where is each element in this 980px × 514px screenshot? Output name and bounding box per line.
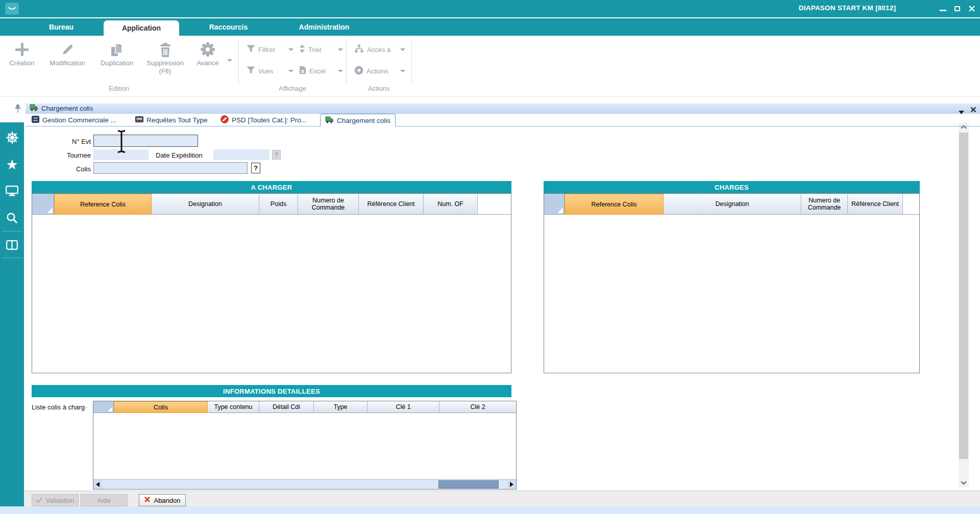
minimize-button[interactable] xyxy=(938,5,947,12)
no-evt-input[interactable] xyxy=(93,135,198,147)
close-button[interactable] xyxy=(967,5,976,12)
header-filler xyxy=(478,194,511,215)
column-header-numero-de-commande[interactable]: Numero de Commande xyxy=(801,194,848,215)
colis-help-button[interactable]: ? xyxy=(251,163,260,173)
column-header-reference-client[interactable]: Référence Client xyxy=(848,194,903,215)
date-expedition-label: Date Expédition xyxy=(156,151,211,159)
menu-tab-application[interactable]: Application xyxy=(104,20,179,36)
section-header-a-charger: A CHARGER xyxy=(32,181,511,193)
ribbon-toolbar: Création Modification Duplication Suppre… xyxy=(0,36,980,97)
colis-input[interactable] xyxy=(93,162,248,174)
charges-table[interactable]: Reference Colis Designation Numero de Co… xyxy=(544,193,920,373)
trier-button[interactable]: Trier xyxy=(299,44,343,55)
acces-a-button[interactable]: Accès à xyxy=(354,44,405,55)
helm-icon xyxy=(6,131,19,146)
column-header-cle-1[interactable]: Clé 1 xyxy=(368,401,439,413)
sidebar-item-favorites[interactable]: ★ xyxy=(0,156,24,173)
gear-icon xyxy=(191,39,224,57)
filtrer-dropdown-caret[interactable] xyxy=(288,48,293,51)
pencil-icon xyxy=(42,39,93,57)
excel-dropdown-caret[interactable] xyxy=(338,70,343,72)
sort-icon xyxy=(299,44,305,55)
scroll-up-button[interactable] xyxy=(959,122,969,132)
horizontal-scrollbar-thumb[interactable] xyxy=(438,480,499,489)
scroll-down-button[interactable] xyxy=(959,478,969,487)
abandon-button[interactable]: Abandon xyxy=(139,494,186,506)
column-header-reference-colis[interactable]: Reference Colis xyxy=(54,194,152,215)
column-header-reference-client[interactable]: Référence Client xyxy=(359,194,424,215)
scroll-left-button[interactable] xyxy=(93,480,102,489)
select-all-cell[interactable] xyxy=(544,194,565,215)
panel-dropdown-caret[interactable] xyxy=(959,107,964,116)
sidebar-footer xyxy=(0,487,24,506)
excel-button[interactable]: Excel xyxy=(299,65,343,76)
tab-chargement-colis[interactable]: Chargement colis xyxy=(320,114,396,126)
menu-tab-administration[interactable]: Administration xyxy=(278,18,370,36)
trash-icon xyxy=(141,39,189,57)
avance-dropdown-caret[interactable] xyxy=(227,59,232,62)
sidebar-item-search[interactable] xyxy=(0,210,24,227)
columns-icon xyxy=(6,240,18,252)
creation-button[interactable]: Création xyxy=(4,39,40,67)
sidebar-item-columns[interactable] xyxy=(0,237,24,254)
column-header-type-contenu[interactable]: Type contenu xyxy=(208,401,259,413)
trier-dropdown-caret[interactable] xyxy=(338,48,343,51)
vertical-scrollbar[interactable] xyxy=(959,122,969,487)
no-evt-label: N° Evt xyxy=(51,138,91,145)
text-cursor xyxy=(116,130,127,153)
acces-a-dropdown-caret[interactable] xyxy=(400,48,405,51)
section-header-informations-detaillees: INFORMATIONS DETAILLEES xyxy=(32,385,511,397)
actions-dropdown-caret[interactable] xyxy=(400,70,405,72)
avance-button[interactable]: Avancé xyxy=(191,39,224,67)
plus-icon xyxy=(4,39,40,57)
filtrer-button[interactable]: Filtrer xyxy=(247,44,293,55)
column-header-detail-cdi[interactable]: Détail Cdi xyxy=(259,401,314,413)
maximize-button[interactable] xyxy=(952,5,962,12)
actions-button[interactable]: Actions xyxy=(354,65,405,76)
informations-header-row: Colis Type contenu Détail Cdi Type Clé 1… xyxy=(93,401,516,413)
pin-icon[interactable] xyxy=(14,104,21,115)
date-expedition-input[interactable] xyxy=(213,149,270,160)
column-header-type[interactable]: Type xyxy=(314,401,368,413)
column-header-designation[interactable]: Designation xyxy=(152,194,259,215)
sidebar-item-monitor[interactable] xyxy=(0,183,24,200)
a-charger-table[interactable]: Reference Colis Designation Poids Numero… xyxy=(32,193,511,373)
truck-icon xyxy=(325,116,334,125)
group-label-affichage: Affichage xyxy=(267,85,318,92)
column-header-poids[interactable]: Poids xyxy=(259,194,298,215)
section-header-charges: CHARGES xyxy=(544,181,920,193)
column-header-cle-2[interactable]: Clé 2 xyxy=(439,401,516,413)
column-header-reference-colis[interactable]: Reference Colis xyxy=(565,194,664,215)
a-charger-header-row: Reference Colis Designation Poids Numero… xyxy=(32,194,511,215)
sidebar-divider xyxy=(2,231,22,232)
scroll-right-button[interactable] xyxy=(507,480,516,489)
duplication-button[interactable]: Duplication xyxy=(95,39,139,67)
vues-button[interactable]: Vues xyxy=(247,65,293,76)
validation-button: Validation xyxy=(32,494,79,506)
hierarchy-icon xyxy=(354,44,364,55)
group-label-actions: Actions xyxy=(356,85,402,92)
horizontal-scrollbar[interactable] xyxy=(93,479,516,489)
modification-button[interactable]: Modification xyxy=(42,39,93,67)
vertical-scrollbar-thumb[interactable] xyxy=(959,133,968,459)
column-header-designation[interactable]: Designation xyxy=(664,194,801,215)
tab-requetes-tout-type[interactable]: Requêtes Tout Type xyxy=(135,114,208,126)
column-header-numero-de-commande[interactable]: Numero de Commande xyxy=(298,194,359,215)
panel-close-icon[interactable] xyxy=(970,106,976,115)
tab-psd-toutes-cat[interactable]: PSD [Toutes Cat.]: Pro... xyxy=(220,114,307,126)
ribbon-separator xyxy=(411,40,412,85)
tabstrip-divider xyxy=(26,126,980,126)
informations-table[interactable]: Colis Type contenu Détail Cdi Type Clé 1… xyxy=(93,401,517,490)
column-header-colis[interactable]: Colis xyxy=(114,401,208,413)
menu-tab-bureau[interactable]: Bureau xyxy=(20,18,102,36)
menu-tab-raccourcis[interactable]: Raccourcis xyxy=(181,18,276,36)
tab-gestion-commerciale[interactable]: Gestion Commerciale ... xyxy=(32,114,116,126)
suppression-button[interactable]: Suppression (F6) xyxy=(141,39,189,76)
column-header-num-of[interactable]: Num. OF xyxy=(424,194,478,215)
forbidden-icon xyxy=(220,115,229,125)
select-all-cell[interactable] xyxy=(93,401,114,413)
sidebar-item-helm[interactable] xyxy=(0,130,24,147)
select-all-cell[interactable] xyxy=(32,194,54,215)
vues-dropdown-caret[interactable] xyxy=(288,70,293,72)
filter-icon xyxy=(247,66,255,76)
